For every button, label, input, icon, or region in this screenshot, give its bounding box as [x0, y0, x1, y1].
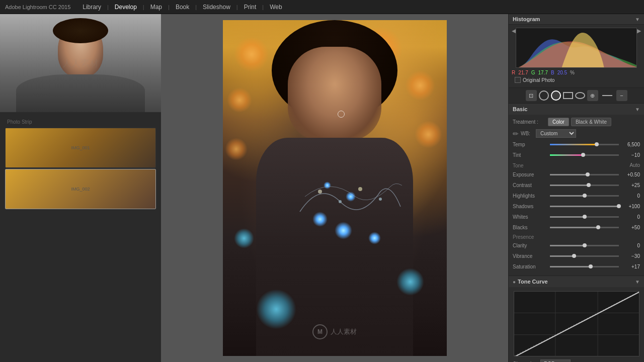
curve-channel-row: Channel : RGB Red Green Blue — [511, 358, 642, 362]
svg-line-8 — [514, 292, 639, 356]
basic-panel-header[interactable]: Basic ▼ — [509, 104, 644, 115]
eyedropper-icon[interactable]: ✏ — [513, 130, 519, 138]
bw-btn[interactable]: Black & White — [571, 118, 611, 126]
hist-r-label: R — [512, 70, 515, 75]
tone-curve-svg — [514, 292, 639, 356]
shadows-track[interactable] — [550, 206, 619, 207]
menu-slideshow[interactable]: Slideshow — [201, 4, 232, 11]
crop-tool[interactable]: ⊡ — [526, 90, 537, 101]
menu-map[interactable]: Map — [148, 4, 164, 11]
radial-tool[interactable] — [575, 92, 585, 99]
highlights-value: 0 — [621, 193, 640, 199]
hist-highlight-warning[interactable]: ▶ — [637, 28, 641, 68]
hist-pct: % — [570, 70, 575, 75]
tone-curve-canvas[interactable] — [514, 291, 639, 356]
menu-web[interactable]: Web — [268, 4, 284, 11]
highlights-slider-row: Highlights 0 — [513, 191, 640, 200]
auto-tone-btn[interactable]: Auto — [629, 162, 640, 168]
center-panel[interactable]: M 人人素材 — [161, 14, 508, 362]
histogram-info: R 21.7 G 17.7 B 20.5 % — [512, 70, 641, 75]
highlights-track[interactable] — [550, 195, 619, 197]
whites-track[interactable] — [550, 216, 619, 218]
preview-panel: 人人素材 — [0, 14, 161, 112]
tint-slider-row: Tint −10 — [513, 150, 640, 159]
hist-shadow-warning[interactable]: ◀ — [512, 28, 516, 68]
menu-sep-6: | — [262, 4, 264, 10]
hist-b-label: B — [551, 70, 554, 75]
light-strings — [290, 171, 402, 272]
temp-value: 6,500 — [621, 142, 640, 147]
tone-curve-panel: ● Tone Curve ▼ — [509, 276, 644, 362]
treatment-label: Treatment : — [513, 119, 548, 125]
original-photo-label: Original Photo — [523, 77, 554, 83]
temp-slider-row: Temp 6,500 — [513, 140, 640, 149]
histogram-title: Histogram — [513, 16, 540, 22]
blacks-slider-row: Blacks +50 — [513, 223, 640, 232]
temp-track[interactable] — [550, 144, 619, 145]
menu-develop[interactable]: Develop — [113, 4, 139, 11]
contrast-slider-row: Contrast +25 — [513, 180, 640, 190]
tools-row: ⊡ ⊕ − — [509, 88, 644, 104]
tone-curve-toggle[interactable]: ● — [513, 279, 516, 285]
menu-print[interactable]: Print — [242, 4, 259, 11]
menu-sep-3: | — [168, 4, 170, 10]
histogram-svg — [516, 28, 636, 67]
exposure-label: Exposure — [513, 172, 548, 177]
histogram-header[interactable]: Histogram ▼ — [509, 14, 644, 25]
redeye-tool[interactable] — [551, 90, 561, 101]
clarity-value: 0 — [621, 243, 640, 248]
tint-value: −10 — [621, 152, 640, 158]
minus-icon[interactable]: − — [616, 90, 627, 101]
histogram-arrow: ▼ — [635, 17, 640, 22]
clarity-slider-row: Clarity 0 — [513, 241, 640, 250]
hist-g-value: 17.7 — [538, 70, 547, 75]
menu-library[interactable]: Library — [80, 4, 103, 11]
filmstrip-item[interactable]: IMG_001 — [5, 128, 156, 168]
healing-tool[interactable] — [539, 90, 549, 101]
whites-slider-row: Whites 0 — [513, 212, 640, 221]
highlights-label: Highlights — [513, 193, 548, 199]
original-photo-checkbox[interactable] — [515, 77, 521, 83]
shadows-slider-row: Shadows +100 — [513, 202, 640, 211]
exposure-value: +0.50 — [621, 172, 640, 177]
vibrance-track[interactable] — [550, 255, 619, 257]
color-btn[interactable]: Color — [548, 118, 569, 126]
vibrance-value: −30 — [621, 253, 640, 259]
saturation-slider-row: Saturation +17 — [513, 262, 640, 271]
hist-b-value: 20.5 — [557, 70, 567, 75]
tone-curve-header[interactable]: ● Tone Curve ▼ — [509, 276, 644, 287]
clarity-track[interactable] — [550, 245, 619, 246]
exposure-slider-row: Exposure +0.50 — [513, 170, 640, 179]
wb-dropdown[interactable]: Custom Auto Daylight Cloudy — [536, 129, 576, 138]
tone-label: Tone — [513, 161, 524, 169]
lights-area — [290, 171, 402, 272]
graduated-tool[interactable] — [563, 92, 573, 99]
divider — [602, 95, 612, 96]
vibrance-slider-row: Vibrance −30 — [513, 251, 640, 260]
tint-track[interactable] — [550, 154, 619, 156]
presence-label: Presence — [513, 233, 534, 240]
contrast-label: Contrast — [513, 183, 548, 188]
hist-g-label: G — [531, 70, 535, 75]
vibrance-label: Vibrance — [513, 253, 548, 259]
svg-point-3 — [379, 198, 382, 201]
svg-point-1 — [339, 200, 342, 203]
saturation-track[interactable] — [550, 266, 619, 267]
filmstrip-item[interactable]: IMG_002 — [5, 169, 156, 209]
menu-sep-2: | — [143, 4, 144, 10]
svg-point-0 — [318, 190, 322, 194]
brush-tool[interactable]: ⊕ — [587, 90, 598, 101]
menu-sep-1: | — [107, 4, 109, 10]
blacks-track[interactable] — [550, 227, 619, 228]
basic-panel-arrow: ▼ — [635, 107, 640, 112]
exposure-track[interactable] — [550, 174, 619, 175]
treatment-row: Treatment : Color Black & White — [513, 118, 640, 126]
whites-value: 0 — [621, 214, 640, 220]
tint-label: Tint — [513, 152, 548, 158]
saturation-label: Saturation — [513, 264, 548, 269]
contrast-track[interactable] — [550, 185, 619, 186]
histogram-canvas — [516, 28, 637, 68]
filmstrip: Photo Strip IMG_001 IMG_002 — [0, 112, 161, 362]
curve-channel-select[interactable]: RGB Red Green Blue — [540, 359, 571, 362]
menu-book[interactable]: Book — [174, 4, 191, 11]
